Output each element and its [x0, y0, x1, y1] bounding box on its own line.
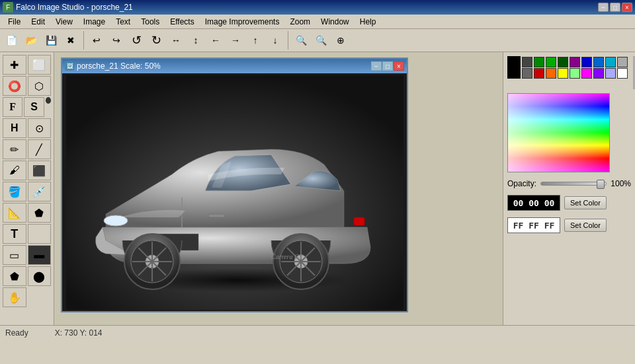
black-hex-input[interactable]: 00 00 00 — [507, 195, 560, 211]
rotate-cw-button[interactable]: ↻ — [148, 32, 165, 49]
menu-file[interactable]: File — [3, 16, 26, 28]
tool-eyedropper[interactable]: 💉 — [28, 182, 52, 201]
swatch-magenta[interactable] — [581, 68, 592, 79]
swatch-purple[interactable] — [570, 57, 580, 67]
menu-zoom[interactable]: Zoom — [284, 16, 316, 28]
tool-eraser[interactable]: ⬛ — [28, 161, 52, 180]
car-image: Carrera GT — [66, 75, 403, 310]
swatch-darkgray[interactable] — [522, 57, 532, 67]
opacity-label: Opacity: — [507, 179, 536, 188]
zoom-out-button[interactable]: 🔍 — [312, 32, 329, 49]
zoom-in-button[interactable]: 🔍 — [292, 32, 310, 49]
tool-ellipse[interactable]: ⬟ — [3, 266, 26, 286]
swatch-green3[interactable] — [558, 57, 568, 67]
menu-effects[interactable]: Effects — [165, 16, 199, 28]
tool-marquee[interactable]: ⬜ — [28, 55, 52, 75]
tool-select[interactable]: ✚ — [3, 55, 26, 75]
opacity-slider-thumb[interactable] — [597, 180, 605, 189]
toolbox: ✚ ⬜ ⭕ ⬡ F S H ⊙ ✏ ╱ 🖌 ⬛ 🪣 — [0, 52, 54, 325]
set-color-white-button[interactable]: Set Color — [564, 219, 607, 232]
set-color-black-button[interactable]: Set Color — [564, 196, 607, 209]
menu-edit[interactable]: Edit — [26, 16, 50, 28]
tool-pencil[interactable]: ✏ — [3, 139, 26, 159]
tool-heal[interactable]: H — [3, 118, 26, 138]
maximize-button[interactable]: □ — [610, 3, 620, 12]
flip-v-button[interactable]: ↕ — [187, 32, 204, 49]
menu-help[interactable]: Help — [355, 16, 382, 28]
swatch-lightgreen[interactable] — [570, 68, 580, 79]
arrow-down-button[interactable]: ↓ — [267, 32, 284, 49]
white-hex-input[interactable]: FF FF FF — [507, 217, 560, 233]
swatch-cyan[interactable] — [605, 57, 616, 67]
swatch-violet[interactable] — [593, 68, 604, 79]
tool-text[interactable]: F — [3, 97, 22, 117]
tool-hand[interactable]: ✋ — [3, 287, 26, 307]
tool-stamp[interactable]: S — [24, 97, 44, 117]
swatch-green1[interactable] — [534, 57, 544, 67]
minimize-button[interactable]: − — [598, 3, 609, 12]
swatch-orange[interactable] — [546, 68, 556, 79]
image-maximize-button[interactable]: □ — [382, 61, 393, 71]
swatch-green2[interactable] — [546, 57, 556, 67]
flip-h-button[interactable]: ↔ — [167, 32, 185, 49]
tool-separator[interactable] — [28, 224, 52, 244]
swatch-silver[interactable] — [617, 57, 628, 67]
swatch-white[interactable] — [617, 68, 628, 79]
app-title: Falco Image Studio - porsche_21 — [16, 3, 133, 12]
menu-view[interactable]: View — [50, 16, 78, 28]
separator-2 — [288, 31, 288, 50]
redo-button[interactable]: ↪ — [108, 32, 125, 49]
opacity-slider-track[interactable] — [540, 182, 607, 186]
color-swatches — [507, 56, 628, 79]
tool-lasso[interactable]: ⭕ — [3, 76, 26, 96]
main-area: ✚ ⬜ ⭕ ⬡ F S H ⊙ ✏ ╱ 🖌 ⬛ 🪣 — [0, 52, 635, 325]
close-button[interactable]: × — [622, 3, 632, 12]
arrow-right-button[interactable]: → — [227, 32, 244, 49]
swatch-gray2[interactable] — [522, 68, 532, 79]
tool-text2[interactable]: T — [3, 224, 26, 244]
swatch-blue1[interactable] — [581, 57, 592, 67]
tool-skew[interactable]: ⬟ — [28, 203, 52, 223]
arrow-up-button[interactable]: ↑ — [247, 32, 264, 49]
swatch-black[interactable] — [507, 56, 521, 79]
coordinates-text: X: 730 Y: 014 — [55, 328, 103, 338]
zoom-fit-button[interactable]: ⊕ — [332, 32, 349, 49]
tool-dot-1 — [46, 97, 51, 104]
menu-image[interactable]: Image — [78, 16, 110, 28]
open-button[interactable]: 📂 — [22, 32, 40, 49]
opacity-value: 100% — [611, 179, 631, 188]
tool-fill-ellipse[interactable]: ⬤ — [28, 266, 52, 286]
swatch-lightblue[interactable] — [605, 68, 616, 79]
image-content: Carrera GT — [62, 73, 407, 311]
tool-rect[interactable]: ▭ — [3, 245, 26, 265]
new-button[interactable]: 📄 — [3, 32, 20, 49]
tool-crop[interactable]: 📐 — [3, 203, 26, 223]
undo-button[interactable]: ↩ — [88, 32, 105, 49]
app-icon: F — [3, 2, 13, 13]
image-window: 🖼 porsche_21 Scale: 50% − □ × — [61, 57, 408, 312]
image-window-icon: 🖼 — [65, 61, 74, 71]
menu-text[interactable]: Text — [110, 16, 136, 28]
menu-tools[interactable]: Tools — [136, 16, 165, 28]
color-picker[interactable] — [507, 93, 610, 172]
image-close-button[interactable]: × — [394, 61, 404, 71]
tool-blur[interactable]: ⊙ — [28, 118, 52, 138]
black-color-row: 00 00 00 Set Color — [507, 195, 631, 211]
arrow-left-button[interactable]: ← — [207, 32, 224, 49]
swatch-red[interactable] — [534, 68, 544, 79]
tool-polygon[interactable]: ⬡ — [28, 76, 52, 96]
rotate-ccw-button[interactable]: ↺ — [128, 32, 145, 49]
delete-button[interactable]: ✖ — [62, 32, 79, 49]
tool-line[interactable]: ╱ — [28, 139, 52, 159]
swatch-yellow[interactable] — [558, 68, 568, 79]
tool-brush[interactable]: 🖌 — [3, 161, 26, 180]
canvas-area: 🖼 porsche_21 Scale: 50% − □ × — [54, 52, 503, 325]
save-button[interactable]: 💾 — [42, 32, 60, 49]
tool-fill-rect[interactable]: ▬ — [28, 245, 52, 265]
menu-window[interactable]: Window — [316, 16, 355, 28]
image-minimize-button[interactable]: − — [371, 61, 382, 71]
tool-fill[interactable]: 🪣 — [3, 182, 26, 201]
image-titlebar: 🖼 porsche_21 Scale: 50% − □ × — [62, 59, 407, 73]
swatch-blue2[interactable] — [593, 57, 604, 67]
menu-image-improvements[interactable]: Image Improvements — [200, 16, 285, 28]
